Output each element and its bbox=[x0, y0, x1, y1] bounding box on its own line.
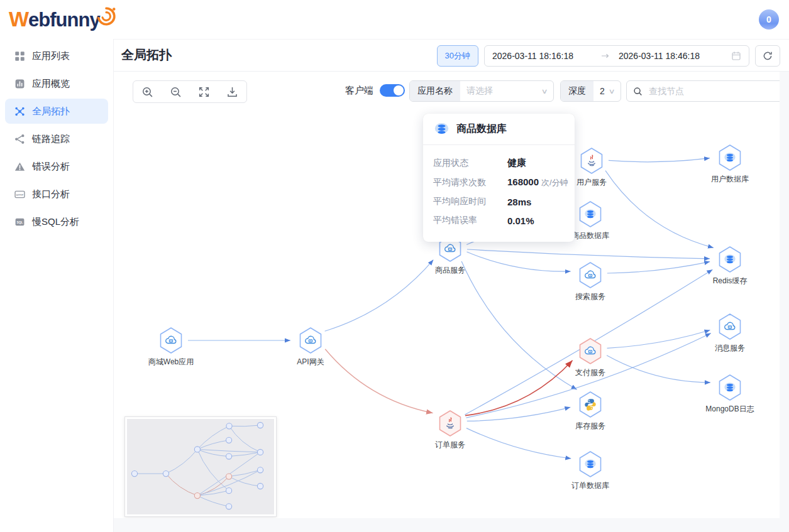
minimap[interactable] bbox=[124, 416, 277, 517]
topo-node-label: 商品数据库 bbox=[571, 231, 609, 241]
tooltip-row: 应用状态 健康 bbox=[433, 157, 565, 169]
search-icon bbox=[633, 87, 643, 96]
topo-node-message[interactable]: 消息服务 bbox=[715, 311, 744, 342]
minimap-canvas[interactable] bbox=[127, 419, 274, 514]
topo-node-web[interactable]: 商城Web应用 bbox=[157, 325, 185, 356]
status-value: 健康 bbox=[507, 157, 526, 168]
share-icon bbox=[14, 134, 25, 144]
topo-node-order[interactable]: 订单服务 bbox=[436, 408, 465, 439]
tooltip-row: 平均响应时间 28ms bbox=[433, 196, 565, 207]
topo-node-label: MongoDB日志 bbox=[705, 404, 754, 415]
client-toggle-label: 客户端 bbox=[345, 85, 373, 97]
tooltip-title: 商品数据库 bbox=[456, 122, 507, 136]
http-icon: HTTP bbox=[14, 189, 25, 200]
topo-node-orderdb[interactable]: 订单数据库 bbox=[576, 448, 605, 480]
topo-node-userdb[interactable]: 用户数据库 bbox=[715, 142, 744, 173]
database-icon bbox=[433, 121, 450, 138]
zoom-out-button[interactable] bbox=[167, 82, 185, 101]
hexagon-shape bbox=[715, 244, 744, 275]
sidebar-item-error-analysis[interactable]: 错误分析 bbox=[5, 154, 108, 179]
hexagon-shape bbox=[296, 325, 325, 356]
sidebar-item-label: 错误分析 bbox=[32, 161, 70, 173]
topo-node-search[interactable]: 搜索服务 bbox=[576, 259, 605, 291]
warning-triangle-icon bbox=[14, 161, 25, 172]
notification-badge[interactable]: 0 bbox=[759, 9, 779, 30]
right-gutter bbox=[780, 39, 789, 532]
logo-first-letter: W bbox=[9, 7, 28, 31]
topo-node-productdb[interactable]: 商品数据库 bbox=[576, 198, 605, 230]
topology-icon bbox=[14, 106, 25, 117]
end-time[interactable]: 2026-03-11 18:46:18 bbox=[612, 51, 725, 61]
refresh-icon bbox=[763, 51, 773, 61]
hexagon-shape bbox=[576, 198, 605, 230]
topo-node-redis[interactable]: Redis缓存 bbox=[715, 244, 744, 275]
node-tooltip: 商品数据库 应用状态 健康 平均请求次数 168000次/分钟 平均响应时间 2… bbox=[423, 114, 575, 242]
topo-node-label: 用户服务 bbox=[577, 177, 607, 188]
app-name-select[interactable]: 应用名称 请选择 ∨ bbox=[409, 80, 554, 102]
topo-node-label: 商品服务 bbox=[435, 265, 465, 276]
depth-select[interactable]: 深度 2 ∨ bbox=[560, 80, 621, 102]
sidebar-item-app-overview[interactable]: 应用概览 bbox=[5, 71, 108, 96]
refresh-button[interactable] bbox=[755, 45, 780, 67]
canvas-toolbar bbox=[133, 80, 247, 103]
fit-view-button[interactable] bbox=[195, 82, 214, 101]
range-arrow-icon bbox=[601, 53, 610, 59]
app-name-placeholder: 请选择 bbox=[466, 85, 493, 97]
hexagon-shape bbox=[576, 389, 605, 420]
topo-node-user[interactable]: 用户服务 bbox=[577, 145, 606, 176]
start-time[interactable]: 2026-03-11 18:16:18 bbox=[492, 51, 599, 61]
sidebar-item-api-analysis[interactable]: HTTP 接口分析 bbox=[5, 182, 108, 207]
download-button[interactable] bbox=[223, 82, 242, 101]
hexagon-shape bbox=[715, 311, 744, 342]
sql-icon: SQL bbox=[14, 217, 25, 227]
tooltip-row: 平均错误率 0.01% bbox=[433, 215, 565, 226]
search-input[interactable] bbox=[648, 85, 780, 97]
bar-chart-icon bbox=[14, 79, 25, 89]
bottom-gutter bbox=[114, 518, 780, 532]
topo-node-payment[interactable]: 支付服务 bbox=[576, 335, 605, 367]
sidebar-item-label: 应用列表 bbox=[32, 50, 70, 62]
app-logo: Webfunny bbox=[9, 5, 118, 34]
zoom-in-button[interactable] bbox=[138, 82, 157, 101]
date-range-picker[interactable]: 2026-03-11 18:16:18 2026-03-11 18:46:18 bbox=[484, 45, 749, 67]
grid-icon bbox=[14, 51, 25, 62]
topo-node-inventory[interactable]: 库存服务 bbox=[576, 389, 605, 420]
sidebar-item-trace[interactable]: 链路追踪 bbox=[5, 126, 108, 151]
sidebar-item-label: 接口分析 bbox=[32, 188, 70, 200]
page-header: 全局拓扑 30分钟 2026-03-11 18:16:18 2026-03-11… bbox=[114, 39, 789, 72]
topo-node-mongo[interactable]: MongoDB日志 bbox=[715, 372, 744, 403]
hexagon-shape bbox=[715, 372, 744, 403]
hexagon-shape bbox=[157, 325, 185, 356]
depth-label: 深度 bbox=[561, 81, 593, 101]
sidebar-item-label: 慢SQL分析 bbox=[32, 216, 79, 228]
topo-node-label: 搜索服务 bbox=[575, 291, 605, 302]
app-name-label: 应用名称 bbox=[410, 81, 460, 101]
top-bar: Webfunny 0 bbox=[0, 0, 789, 39]
hexagon-shape bbox=[436, 408, 465, 439]
find-node-search[interactable] bbox=[626, 80, 780, 102]
sidebar-item-slow-sql[interactable]: SQL 慢SQL分析 bbox=[5, 209, 108, 234]
sidebar: 应用列表 应用概览 全局拓扑 链路追踪 错误分析 HTTP 接口分析 SQL 慢 bbox=[0, 39, 114, 532]
topo-node-label: 支付服务 bbox=[575, 367, 605, 378]
logo-text: Webfunny bbox=[9, 5, 100, 34]
quick-range-button[interactable]: 30分钟 bbox=[437, 45, 478, 67]
topology-canvas[interactable]: 客户端 应用名称 请选择 ∨ 深度 2 ∨ 商城Web应用API网关商品服务订单… bbox=[114, 71, 780, 518]
client-toggle-group: 客户端 bbox=[345, 84, 405, 97]
client-toggle[interactable] bbox=[380, 84, 405, 97]
calendar-icon bbox=[731, 51, 741, 61]
sidebar-item-label: 应用概览 bbox=[32, 78, 70, 90]
header-controls: 30分钟 2026-03-11 18:16:18 2026-03-11 18:4… bbox=[437, 45, 780, 67]
topo-node-label: 消息服务 bbox=[715, 343, 745, 354]
logo-rest: ebfunny bbox=[28, 9, 100, 31]
logo-swirl-icon bbox=[95, 5, 118, 30]
topo-node-label: 订单数据库 bbox=[571, 480, 609, 491]
hexagon-shape bbox=[576, 259, 605, 291]
topo-node-label: 订单服务 bbox=[435, 440, 465, 450]
topo-node-gateway[interactable]: API网关 bbox=[296, 325, 325, 356]
sidebar-item-global-topology[interactable]: 全局拓扑 bbox=[5, 99, 108, 124]
sidebar-item-app-list[interactable]: 应用列表 bbox=[5, 43, 108, 68]
topo-node-label: 库存服务 bbox=[575, 421, 605, 432]
hexagon-shape bbox=[577, 145, 606, 176]
sidebar-item-label: 链路追踪 bbox=[32, 133, 70, 145]
topo-node-label: API网关 bbox=[297, 357, 324, 367]
